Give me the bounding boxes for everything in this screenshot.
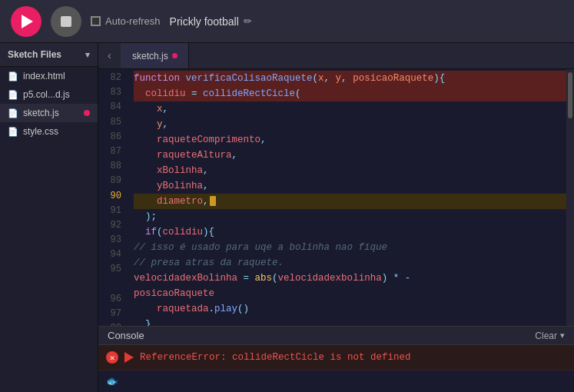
editor-area: ‹ sketch.js 82 83 84 85 86 87 88 89 90 9…	[98, 43, 574, 392]
line-num: 92	[98, 218, 121, 233]
code-view: 82 83 84 85 86 87 88 89 90 91 92 93 94 9…	[98, 69, 574, 326]
console-clear-label: Clear	[535, 331, 557, 341]
console-area: Console Clear ▾ ✕ ReferenceError: collid…	[98, 326, 574, 392]
code-line: y,	[134, 117, 566, 132]
console-title: Console	[108, 330, 144, 341]
play-button[interactable]	[11, 6, 41, 37]
sidebar-item-sketch-js[interactable]: 📄 sketch.js	[0, 104, 98, 122]
pencil-icon[interactable]: ✏	[244, 15, 252, 27]
sidebar-item-label: index.html	[23, 71, 65, 81]
line-num: 86	[98, 130, 121, 145]
code-line: x,	[134, 101, 566, 117]
code-line: colidiu = collideRectCicle(	[134, 86, 566, 101]
line-num: 98	[98, 321, 121, 326]
code-line: raqueteComprimento,	[134, 132, 566, 148]
active-indicator	[84, 110, 90, 116]
tab-sketch-js[interactable]: sketch.js	[121, 43, 189, 68]
line-num: 82	[98, 71, 121, 85]
line-num: 84	[98, 100, 121, 115]
scrollbar-thumb[interactable]	[568, 72, 572, 118]
auto-refresh-label: Auto-refresh	[105, 15, 161, 27]
error-x-icon: ✕	[106, 351, 118, 364]
code-editor[interactable]: function verificaColisaoRaquete(x, y, po…	[128, 69, 566, 326]
tab-arrow-left[interactable]: ‹	[98, 43, 121, 68]
line-num: 89	[98, 174, 121, 188]
sidebar-item-style-css[interactable]: 📄 style.css	[0, 122, 98, 141]
project-name-text: Prickly football	[170, 15, 239, 28]
code-line: raquetada.play()	[134, 301, 566, 317]
file-icon-css: 📄	[8, 127, 18, 137]
code-line: raqueteAltura,	[134, 148, 566, 163]
code-line: yBolinha,	[134, 178, 566, 194]
tab-bar: ‹ sketch.js	[98, 43, 574, 69]
play-icon	[22, 15, 33, 28]
sidebar-chevron-icon[interactable]: ▾	[85, 50, 90, 60]
main-area: Sketch Files ▾ 📄 index.html 📄 p5.col...d…	[0, 43, 574, 392]
file-icon-html: 📄	[8, 71, 18, 81]
line-num: 83	[98, 85, 121, 100]
error-type: ReferenceError: collideRectCicle is not …	[140, 352, 411, 363]
tab-label: sketch.js	[132, 51, 168, 61]
code-line: if(colidiu){	[134, 224, 566, 240]
code-line-current: diametro,	[134, 194, 566, 209]
console-error-line: ✕ ReferenceError: collideRectCicle is no…	[98, 345, 574, 370]
code-line: );	[134, 209, 566, 224]
line-num: 88	[98, 159, 121, 174]
line-num: 85	[98, 115, 121, 130]
line-num: 91	[98, 204, 121, 218]
sidebar-item-label: sketch.js	[23, 108, 59, 118]
unsaved-indicator	[172, 53, 178, 58]
line-num: 94	[98, 247, 121, 262]
line-num: 95	[98, 262, 121, 277]
file-icon-p5: 📄	[8, 90, 18, 100]
error-message: ReferenceError: collideRectCicle is not …	[140, 352, 411, 363]
stop-button[interactable]	[51, 6, 81, 37]
line-num: 96	[98, 292, 121, 307]
code-line: // presa atras da raquete.	[134, 255, 566, 271]
code-line: velocidadexBolinha = abs(velocidadexboli…	[134, 271, 566, 286]
console-header: Console Clear ▾	[98, 327, 574, 345]
sidebar: Sketch Files ▾ 📄 index.html 📄 p5.col...d…	[0, 43, 98, 392]
file-icon-sketch: 📄	[8, 108, 18, 118]
sidebar-item-label: style.css	[23, 126, 58, 137]
line-numbers: 82 83 84 85 86 87 88 89 90 91 92 93 94 9…	[98, 69, 128, 326]
sidebar-header: Sketch Files ▾	[0, 43, 98, 67]
code-line: posicaoRaquete	[134, 286, 566, 301]
line-num: 97	[98, 307, 121, 321]
project-name-display: Prickly football ✏	[170, 15, 252, 28]
stop-icon	[61, 16, 71, 27]
top-bar: Auto-refresh Prickly football ✏	[0, 0, 574, 43]
line-num: 87	[98, 145, 121, 159]
sidebar-item-p5-col-d-js[interactable]: 📄 p5.col...d.js	[0, 85, 98, 104]
line-num	[98, 277, 121, 292]
fish-icon: 🐟	[106, 375, 118, 387]
line-num-current: 90	[98, 189, 121, 204]
auto-refresh-wrapper: Auto-refresh	[91, 15, 161, 27]
console-clear-button[interactable]: Clear ▾	[535, 331, 565, 341]
console-clear-chevron-icon: ▾	[560, 331, 565, 341]
line-num: 93	[98, 233, 121, 247]
code-line: xBolinha,	[134, 163, 566, 178]
error-play-icon	[124, 352, 134, 363]
sidebar-title: Sketch Files	[8, 49, 61, 60]
code-line: // isso é usado para uqe a bolinha nao f…	[134, 240, 566, 255]
sidebar-item-label: p5.col...d.js	[23, 89, 70, 100]
code-line: }	[134, 317, 566, 326]
sidebar-item-index-html[interactable]: 📄 index.html	[0, 67, 98, 85]
scrollbar-track[interactable]	[566, 69, 574, 326]
code-line: function verificaColisaoRaquete(x, y, po…	[134, 71, 566, 86]
auto-refresh-checkbox[interactable]	[91, 16, 101, 26]
console-next-line: 🐟	[98, 370, 574, 392]
